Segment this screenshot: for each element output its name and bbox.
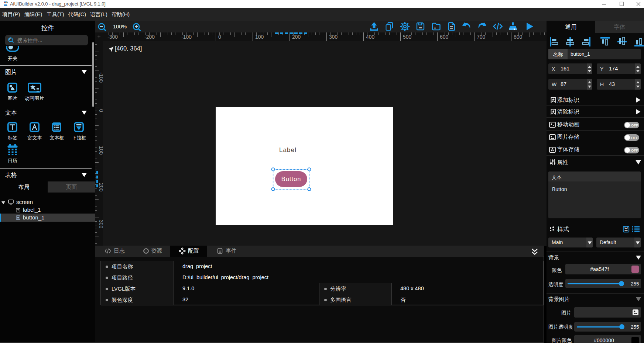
svg-text:-200: -200 (144, 34, 155, 40)
svg-text:200: 200 (98, 183, 103, 192)
svg-text:0: 0 (218, 34, 221, 40)
svg-text:-300: -300 (107, 34, 118, 40)
svg-text:0: 0 (98, 109, 103, 112)
svg-text:300: 300 (329, 34, 338, 40)
svg-text:800: 800 (514, 34, 523, 40)
svg-text:400: 400 (366, 34, 375, 40)
svg-text:500: 500 (403, 34, 412, 40)
svg-text:-100: -100 (181, 34, 192, 40)
svg-text:100: 100 (255, 34, 264, 40)
svg-text:300: 300 (98, 220, 103, 229)
svg-text:-100: -100 (98, 72, 103, 83)
svg-text:600: 600 (440, 34, 449, 40)
svg-text:100: 100 (98, 146, 103, 155)
svg-text:200: 200 (292, 34, 301, 40)
svg-text:700: 700 (477, 34, 486, 40)
